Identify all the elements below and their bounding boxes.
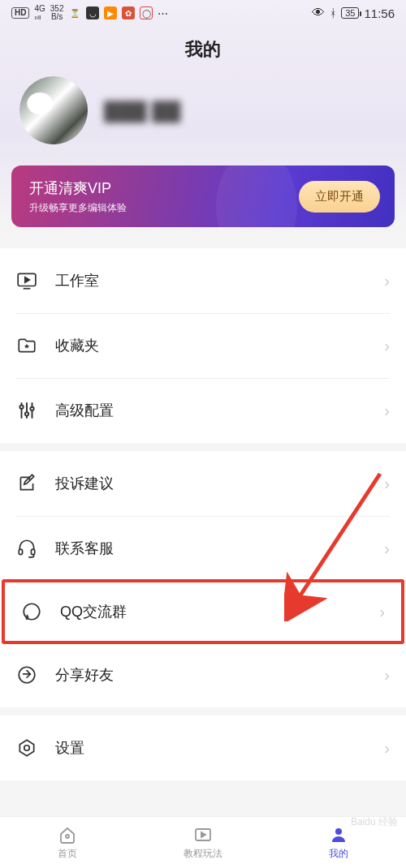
svg-rect-4 [19, 549, 22, 555]
svg-point-6 [24, 604, 40, 620]
hd-badge: HD [11, 7, 29, 19]
nav-label: 首页 [58, 847, 77, 861]
more-icon: ⋯ [158, 7, 168, 19]
svg-rect-5 [31, 549, 34, 555]
row-support[interactable]: 联系客服 › [0, 516, 406, 581]
eye-comfort-icon: 👁 [312, 6, 325, 20]
network-indicator: 4Gııll [34, 5, 45, 21]
vip-open-button[interactable]: 立即开通 [299, 181, 380, 213]
row-label: 分享好友 [55, 665, 384, 685]
nav-tutorial[interactable]: 教程玩法 [136, 817, 271, 868]
share-icon [16, 664, 37, 685]
row-feedback[interactable]: 投诉建议 › [0, 451, 406, 516]
row-label: 高级配置 [55, 401, 384, 420]
row-label: 收藏夹 [55, 336, 384, 355]
row-qq-group[interactable]: QQ交流群 › [2, 579, 404, 644]
svg-point-11 [66, 835, 69, 838]
status-bar: HD 4Gııll 352B/s ⏳ ◡ ▶ ✿ ◯ ⋯ 👁 ᚼ 35 11:5… [0, 0, 406, 26]
row-label: 设置 [55, 738, 384, 758]
row-label: 工作室 [55, 271, 384, 290]
page-title: 我的 [0, 26, 406, 76]
menu-group-3: 设置 › [0, 715, 406, 780]
chat-bubble-icon [21, 601, 42, 622]
chevron-right-icon: › [384, 539, 390, 558]
edit-icon [16, 473, 37, 494]
hourglass-icon: ⏳ [68, 6, 81, 19]
app-icon-3: ✿ [122, 6, 135, 19]
vip-title: 开通清爽VIP [29, 178, 127, 198]
speed-indicator: 352B/s [50, 5, 64, 21]
person-icon [329, 825, 348, 844]
folder-star-icon [16, 335, 37, 356]
username: ▓▓▓ ▓▓ [104, 99, 180, 122]
profile-section[interactable]: ▓▓▓ ▓▓ [0, 76, 406, 165]
bluetooth-icon: ᚼ [330, 6, 336, 19]
svg-point-13 [335, 828, 342, 835]
chevron-right-icon: › [384, 666, 390, 685]
status-left: HD 4Gııll 352B/s ⏳ ◡ ▶ ✿ ◯ ⋯ [11, 5, 168, 21]
chevron-right-icon: › [384, 402, 390, 420]
menu-group-2: 投诉建议 › 联系客服 › QQ交流群 › 分享好友 › [0, 451, 406, 707]
svg-point-7 [19, 667, 35, 683]
row-label: 投诉建议 [55, 474, 384, 493]
bottom-nav: 首页 教程玩法 我的 [0, 816, 406, 868]
clock: 11:56 [364, 6, 395, 20]
app-icon-2: ▶ [104, 6, 117, 19]
chevron-right-icon: › [384, 272, 390, 290]
svg-marker-8 [19, 740, 33, 756]
svg-point-1 [19, 406, 23, 409]
nav-label: 我的 [329, 847, 348, 861]
row-label: QQ交流群 [60, 602, 379, 621]
chevron-right-icon: › [379, 603, 385, 621]
row-label: 联系客服 [55, 539, 384, 558]
play-monitor-icon [16, 270, 37, 291]
avatar[interactable] [19, 76, 88, 144]
svg-point-2 [25, 412, 28, 415]
vip-text: 开通清爽VIP 升级畅享更多编辑体验 [29, 178, 127, 215]
app-icon-4: ◯ [140, 6, 153, 19]
app-icon-1: ◡ [86, 6, 99, 19]
row-settings[interactable]: 设置 › [0, 715, 406, 780]
status-right: 👁 ᚼ 35 11:56 [312, 6, 395, 20]
svg-point-3 [30, 407, 33, 410]
row-advanced[interactable]: 高级配置 › [0, 378, 406, 443]
battery-indicator: 35 [341, 7, 359, 19]
svg-point-9 [24, 746, 30, 751]
sliders-icon [16, 400, 37, 421]
row-studio[interactable]: 工作室 › [0, 248, 406, 313]
settings-icon [16, 737, 37, 758]
vip-subtitle: 升级畅享更多编辑体验 [29, 201, 127, 215]
play-square-icon [193, 825, 213, 844]
row-favorites[interactable]: 收藏夹 › [0, 313, 406, 378]
chevron-right-icon: › [384, 337, 390, 355]
nav-home[interactable]: 首页 [0, 817, 136, 868]
nav-mine[interactable]: 我的 [270, 817, 406, 868]
nav-label: 教程玩法 [184, 847, 222, 861]
chevron-right-icon: › [384, 739, 390, 758]
vip-banner[interactable]: 开通清爽VIP 升级畅享更多编辑体验 立即开通 [11, 165, 395, 227]
row-share[interactable]: 分享好友 › [0, 642, 406, 707]
header-area: 我的 ▓▓▓ ▓▓ 开通清爽VIP 升级畅享更多编辑体验 立即开通 [0, 26, 406, 237]
headset-icon [16, 538, 37, 559]
chevron-right-icon: › [384, 475, 390, 493]
menu-group-1: 工作室 › 收藏夹 › 高级配置 › [0, 248, 406, 443]
home-icon [58, 825, 77, 844]
